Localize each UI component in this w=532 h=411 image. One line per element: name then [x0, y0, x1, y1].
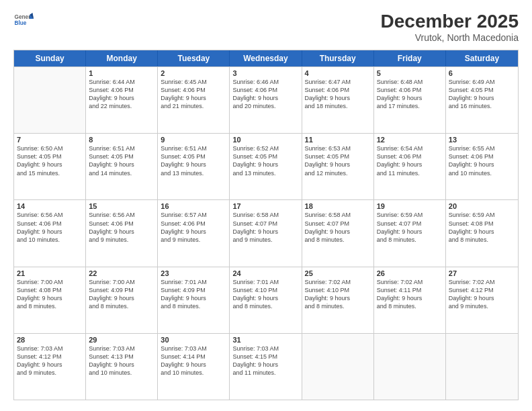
day-number: 8	[89, 136, 154, 144]
day-number: 22	[89, 269, 154, 277]
day-info: Sunrise: 6:52 AM Sunset: 4:05 PM Dayligh…	[232, 144, 298, 177]
calendar-row-3: 14Sunrise: 6:56 AM Sunset: 4:06 PM Dayli…	[14, 199, 518, 266]
page: General Blue December 2025 Vrutok, North…	[0, 0, 532, 411]
day-number: 30	[161, 336, 226, 344]
day-info: Sunrise: 6:47 AM Sunset: 4:06 PM Dayligh…	[305, 78, 371, 111]
calendar-row-4: 21Sunrise: 7:00 AM Sunset: 4:08 PM Dayli…	[14, 267, 518, 333]
day-info: Sunrise: 6:49 AM Sunset: 4:05 PM Dayligh…	[449, 78, 515, 111]
day-info: Sunrise: 6:53 AM Sunset: 4:05 PM Dayligh…	[305, 144, 371, 177]
day-info: Sunrise: 7:01 AM Sunset: 4:10 PM Dayligh…	[232, 278, 298, 311]
day-number: 29	[89, 336, 154, 344]
day-info: Sunrise: 6:44 AM Sunset: 4:06 PM Dayligh…	[89, 78, 154, 111]
day-info: Sunrise: 7:00 AM Sunset: 4:09 PM Dayligh…	[89, 278, 154, 311]
cal-cell: 18Sunrise: 6:58 AM Sunset: 4:07 PM Dayli…	[302, 200, 374, 266]
day-info: Sunrise: 7:02 AM Sunset: 4:12 PM Dayligh…	[449, 278, 515, 311]
month-title: December 2025	[381, 11, 519, 32]
day-number: 27	[449, 269, 515, 277]
day-info: Sunrise: 7:00 AM Sunset: 4:08 PM Dayligh…	[17, 278, 83, 311]
header: General Blue December 2025 Vrutok, North…	[13, 11, 519, 43]
day-number: 16	[161, 202, 226, 210]
day-number: 26	[377, 269, 443, 277]
day-number: 15	[89, 202, 154, 210]
cal-cell	[302, 334, 374, 400]
day-info: Sunrise: 7:02 AM Sunset: 4:10 PM Dayligh…	[305, 278, 371, 311]
day-number: 28	[17, 336, 83, 344]
cal-cell: 30Sunrise: 7:03 AM Sunset: 4:14 PM Dayli…	[158, 334, 230, 400]
cal-cell	[14, 67, 86, 133]
day-info: Sunrise: 6:51 AM Sunset: 4:05 PM Dayligh…	[89, 144, 154, 177]
day-number: 24	[232, 269, 298, 277]
cal-cell: 19Sunrise: 6:59 AM Sunset: 4:07 PM Dayli…	[374, 200, 446, 266]
calendar-header: SundayMondayTuesdayWednesdayThursdayFrid…	[14, 50, 518, 66]
cal-cell: 20Sunrise: 6:59 AM Sunset: 4:08 PM Dayli…	[446, 200, 518, 266]
day-info: Sunrise: 7:03 AM Sunset: 4:12 PM Dayligh…	[17, 345, 83, 377]
cal-cell: 14Sunrise: 6:56 AM Sunset: 4:06 PM Dayli…	[14, 200, 86, 266]
calendar: SundayMondayTuesdayWednesdayThursdayFrid…	[13, 50, 519, 400]
day-number: 31	[232, 336, 298, 344]
cal-cell: 27Sunrise: 7:02 AM Sunset: 4:12 PM Dayli…	[446, 267, 518, 333]
cal-cell: 15Sunrise: 6:56 AM Sunset: 4:06 PM Dayli…	[86, 200, 158, 266]
cal-cell: 31Sunrise: 7:03 AM Sunset: 4:15 PM Dayli…	[230, 334, 302, 400]
day-number: 11	[305, 136, 371, 144]
cal-cell: 17Sunrise: 6:58 AM Sunset: 4:07 PM Dayli…	[230, 200, 302, 266]
day-info: Sunrise: 6:58 AM Sunset: 4:07 PM Dayligh…	[305, 211, 371, 244]
cal-cell: 28Sunrise: 7:03 AM Sunset: 4:12 PM Dayli…	[14, 334, 86, 400]
logo-icon: General Blue	[13, 11, 34, 31]
header-day-friday: Friday	[374, 50, 446, 66]
cal-cell	[446, 334, 518, 400]
day-number: 12	[377, 136, 443, 144]
day-number: 9	[161, 136, 226, 144]
day-number: 3	[232, 69, 298, 77]
day-number: 7	[17, 136, 83, 144]
day-number: 23	[161, 269, 226, 277]
cal-cell: 5Sunrise: 6:48 AM Sunset: 4:06 PM Daylig…	[374, 67, 446, 133]
day-number: 2	[161, 69, 226, 77]
day-number: 17	[232, 202, 298, 210]
day-number: 1	[89, 69, 154, 77]
cal-cell: 11Sunrise: 6:53 AM Sunset: 4:05 PM Dayli…	[302, 134, 374, 199]
cal-cell: 9Sunrise: 6:51 AM Sunset: 4:05 PM Daylig…	[158, 134, 230, 199]
day-info: Sunrise: 6:45 AM Sunset: 4:06 PM Dayligh…	[161, 78, 226, 111]
svg-text:Blue: Blue	[15, 20, 27, 26]
day-info: Sunrise: 7:02 AM Sunset: 4:11 PM Dayligh…	[377, 278, 443, 311]
day-number: 20	[449, 202, 515, 210]
cal-cell: 6Sunrise: 6:49 AM Sunset: 4:05 PM Daylig…	[446, 67, 518, 133]
day-number: 18	[305, 202, 371, 210]
cal-cell: 12Sunrise: 6:54 AM Sunset: 4:06 PM Dayli…	[374, 134, 446, 199]
cal-cell: 4Sunrise: 6:47 AM Sunset: 4:06 PM Daylig…	[302, 67, 374, 133]
day-info: Sunrise: 6:46 AM Sunset: 4:06 PM Dayligh…	[232, 78, 298, 111]
header-day-tuesday: Tuesday	[158, 50, 230, 66]
day-number: 14	[17, 202, 83, 210]
day-info: Sunrise: 7:03 AM Sunset: 4:15 PM Dayligh…	[232, 345, 298, 377]
subtitle: Vrutok, North Macedonia	[381, 32, 519, 43]
day-number: 13	[449, 136, 515, 144]
header-day-thursday: Thursday	[302, 50, 374, 66]
header-day-monday: Monday	[86, 50, 158, 66]
day-info: Sunrise: 6:56 AM Sunset: 4:06 PM Dayligh…	[89, 211, 154, 244]
day-info: Sunrise: 6:59 AM Sunset: 4:07 PM Dayligh…	[377, 211, 443, 244]
day-info: Sunrise: 6:59 AM Sunset: 4:08 PM Dayligh…	[449, 211, 515, 244]
header-day-sunday: Sunday	[14, 50, 86, 66]
cal-cell: 7Sunrise: 6:50 AM Sunset: 4:05 PM Daylig…	[14, 134, 86, 199]
header-day-saturday: Saturday	[446, 50, 518, 66]
day-info: Sunrise: 7:03 AM Sunset: 4:13 PM Dayligh…	[89, 345, 154, 377]
calendar-body: 1Sunrise: 6:44 AM Sunset: 4:06 PM Daylig…	[14, 66, 518, 400]
cal-cell: 8Sunrise: 6:51 AM Sunset: 4:05 PM Daylig…	[86, 134, 158, 199]
day-info: Sunrise: 6:56 AM Sunset: 4:06 PM Dayligh…	[17, 211, 83, 244]
cal-cell: 26Sunrise: 7:02 AM Sunset: 4:11 PM Dayli…	[374, 267, 446, 333]
cal-cell: 24Sunrise: 7:01 AM Sunset: 4:10 PM Dayli…	[230, 267, 302, 333]
day-info: Sunrise: 7:03 AM Sunset: 4:14 PM Dayligh…	[161, 345, 226, 377]
calendar-row-2: 7Sunrise: 6:50 AM Sunset: 4:05 PM Daylig…	[14, 133, 518, 199]
cal-cell: 21Sunrise: 7:00 AM Sunset: 4:08 PM Dayli…	[14, 267, 86, 333]
day-number: 21	[17, 269, 83, 277]
cal-cell: 10Sunrise: 6:52 AM Sunset: 4:05 PM Dayli…	[230, 134, 302, 199]
day-number: 25	[305, 269, 371, 277]
day-number: 19	[377, 202, 443, 210]
day-number: 6	[449, 69, 515, 77]
day-info: Sunrise: 6:57 AM Sunset: 4:06 PM Dayligh…	[161, 211, 226, 244]
calendar-row-5: 28Sunrise: 7:03 AM Sunset: 4:12 PM Dayli…	[14, 333, 518, 400]
cal-cell: 3Sunrise: 6:46 AM Sunset: 4:06 PM Daylig…	[230, 67, 302, 133]
cal-cell: 1Sunrise: 6:44 AM Sunset: 4:06 PM Daylig…	[86, 67, 158, 133]
cal-cell: 22Sunrise: 7:00 AM Sunset: 4:09 PM Dayli…	[86, 267, 158, 333]
day-number: 4	[305, 69, 371, 77]
